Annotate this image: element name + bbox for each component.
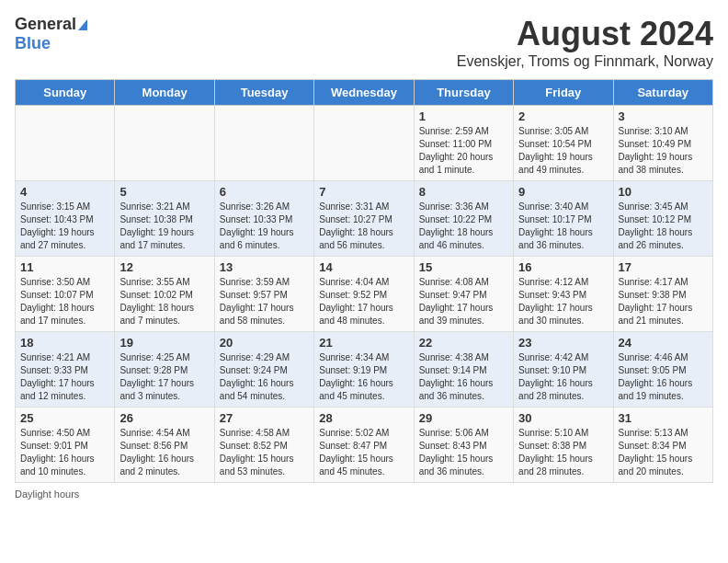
col-header-monday: Monday: [115, 80, 214, 106]
day-number: 16: [518, 260, 608, 274]
cell-info: Sunrise: 3:55 AM Sunset: 10:02 PM Daylig…: [119, 276, 209, 327]
day-number: 14: [319, 260, 408, 274]
logo-triangle-icon: [78, 19, 87, 30]
logo: General Blue: [15, 15, 87, 53]
day-number: 8: [419, 185, 508, 199]
day-number: 4: [20, 185, 109, 199]
cell-info: Sunrise: 3:50 AM Sunset: 10:07 PM Daylig…: [20, 276, 109, 327]
cell-info: Sunrise: 4:04 AM Sunset: 9:52 PM Dayligh…: [319, 276, 408, 327]
calendar-cell: 30Sunrise: 5:10 AM Sunset: 8:38 PM Dayli…: [514, 408, 613, 483]
col-header-friday: Friday: [514, 80, 613, 106]
cell-info: Sunrise: 5:02 AM Sunset: 8:47 PM Dayligh…: [319, 427, 408, 478]
day-number: 20: [220, 336, 309, 350]
calendar-cell: 12Sunrise: 3:55 AM Sunset: 10:02 PM Dayl…: [115, 257, 214, 332]
calendar-cell: 24Sunrise: 4:46 AM Sunset: 9:05 PM Dayli…: [613, 332, 712, 408]
cell-info: Sunrise: 3:10 AM Sunset: 10:49 PM Daylig…: [619, 125, 708, 177]
cell-info: Sunrise: 3:40 AM Sunset: 10:17 PM Daylig…: [518, 201, 608, 252]
cell-info: Sunrise: 4:08 AM Sunset: 9:47 PM Dayligh…: [419, 276, 508, 327]
day-number: 15: [419, 260, 508, 274]
cell-info: Sunrise: 5:06 AM Sunset: 8:43 PM Dayligh…: [419, 427, 508, 478]
calendar-cell: 23Sunrise: 4:42 AM Sunset: 9:10 PM Dayli…: [514, 332, 613, 408]
title-area: August 2024 Evenskjer, Troms og Finnmark…: [457, 15, 713, 70]
day-number: 7: [319, 185, 408, 199]
calendar-cell: 25Sunrise: 4:50 AM Sunset: 9:01 PM Dayli…: [16, 408, 115, 483]
footer-note: Daylight hours: [15, 488, 713, 500]
cell-info: Sunrise: 3:31 AM Sunset: 10:27 PM Daylig…: [319, 201, 408, 252]
day-number: 24: [619, 336, 708, 350]
day-number: 2: [518, 109, 608, 123]
day-number: 10: [619, 185, 708, 199]
day-number: 31: [619, 411, 708, 425]
calendar-cell: [16, 106, 115, 181]
day-number: 13: [220, 260, 309, 274]
calendar-cell: 15Sunrise: 4:08 AM Sunset: 9:47 PM Dayli…: [414, 257, 513, 332]
cell-info: Sunrise: 3:36 AM Sunset: 10:22 PM Daylig…: [419, 201, 508, 252]
header: General Blue August 2024 Evenskjer, Trom…: [15, 15, 713, 70]
calendar-cell: 14Sunrise: 4:04 AM Sunset: 9:52 PM Dayli…: [314, 257, 414, 332]
cell-info: Sunrise: 3:45 AM Sunset: 10:12 PM Daylig…: [619, 201, 708, 252]
cell-info: Sunrise: 4:29 AM Sunset: 9:24 PM Dayligh…: [220, 351, 309, 403]
calendar-cell: 13Sunrise: 3:59 AM Sunset: 9:57 PM Dayli…: [214, 257, 313, 332]
calendar-cell: 8Sunrise: 3:36 AM Sunset: 10:22 PM Dayli…: [414, 181, 513, 257]
calendar-cell: 22Sunrise: 4:38 AM Sunset: 9:14 PM Dayli…: [414, 332, 513, 408]
logo-blue-text: Blue: [15, 34, 51, 53]
cell-info: Sunrise: 3:05 AM Sunset: 10:54 PM Daylig…: [518, 125, 608, 177]
calendar-cell: 6Sunrise: 3:26 AM Sunset: 10:33 PM Dayli…: [214, 181, 313, 257]
cell-info: Sunrise: 4:34 AM Sunset: 9:19 PM Dayligh…: [319, 351, 408, 403]
calendar-cell: 16Sunrise: 4:12 AM Sunset: 9:43 PM Dayli…: [514, 257, 613, 332]
calendar-cell: 3Sunrise: 3:10 AM Sunset: 10:49 PM Dayli…: [613, 106, 712, 181]
footer-text: Daylight hours: [15, 488, 79, 500]
calendar-cell: 27Sunrise: 4:58 AM Sunset: 8:52 PM Dayli…: [214, 408, 313, 483]
calendar-cell: 4Sunrise: 3:15 AM Sunset: 10:43 PM Dayli…: [16, 181, 115, 257]
day-number: 17: [619, 260, 708, 274]
day-number: 29: [419, 411, 508, 425]
day-number: 28: [319, 411, 408, 425]
col-header-sunday: Sunday: [16, 80, 115, 106]
day-number: 18: [20, 336, 109, 350]
cell-info: Sunrise: 3:21 AM Sunset: 10:38 PM Daylig…: [119, 201, 209, 252]
cell-info: Sunrise: 4:42 AM Sunset: 9:10 PM Dayligh…: [518, 351, 608, 403]
page-subtitle: Evenskjer, Troms og Finnmark, Norway: [457, 53, 713, 70]
col-header-wednesday: Wednesday: [314, 80, 414, 106]
day-number: 12: [119, 260, 209, 274]
day-number: 19: [119, 336, 209, 350]
cell-info: Sunrise: 4:58 AM Sunset: 8:52 PM Dayligh…: [220, 427, 309, 478]
calendar-cell: 5Sunrise: 3:21 AM Sunset: 10:38 PM Dayli…: [115, 181, 214, 257]
calendar-cell: 29Sunrise: 5:06 AM Sunset: 8:43 PM Dayli…: [414, 408, 513, 483]
cell-info: Sunrise: 4:38 AM Sunset: 9:14 PM Dayligh…: [419, 351, 508, 403]
day-number: 25: [20, 411, 109, 425]
day-number: 21: [319, 336, 408, 350]
calendar-cell: 9Sunrise: 3:40 AM Sunset: 10:17 PM Dayli…: [514, 181, 613, 257]
day-number: 11: [20, 260, 109, 274]
calendar-cell: 28Sunrise: 5:02 AM Sunset: 8:47 PM Dayli…: [314, 408, 414, 483]
calendar-cell: [314, 106, 414, 181]
day-number: 9: [518, 185, 608, 199]
day-number: 3: [619, 109, 708, 123]
col-header-saturday: Saturday: [613, 80, 712, 106]
cell-info: Sunrise: 4:25 AM Sunset: 9:28 PM Dayligh…: [119, 351, 209, 403]
cell-info: Sunrise: 5:13 AM Sunset: 8:34 PM Dayligh…: [619, 427, 708, 478]
calendar-cell: 19Sunrise: 4:25 AM Sunset: 9:28 PM Dayli…: [115, 332, 214, 408]
cell-info: Sunrise: 4:54 AM Sunset: 8:56 PM Dayligh…: [119, 427, 209, 478]
cell-info: Sunrise: 4:21 AM Sunset: 9:33 PM Dayligh…: [20, 351, 109, 403]
cell-info: Sunrise: 4:50 AM Sunset: 9:01 PM Dayligh…: [20, 427, 109, 478]
cell-info: Sunrise: 3:15 AM Sunset: 10:43 PM Daylig…: [20, 201, 109, 252]
calendar-cell: 11Sunrise: 3:50 AM Sunset: 10:07 PM Dayl…: [16, 257, 115, 332]
calendar-cell: 17Sunrise: 4:17 AM Sunset: 9:38 PM Dayli…: [613, 257, 712, 332]
calendar-cell: 26Sunrise: 4:54 AM Sunset: 8:56 PM Dayli…: [115, 408, 214, 483]
page-title: August 2024: [457, 15, 713, 53]
day-number: 6: [220, 185, 309, 199]
day-number: 23: [518, 336, 608, 350]
calendar-cell: 21Sunrise: 4:34 AM Sunset: 9:19 PM Dayli…: [314, 332, 414, 408]
day-number: 22: [419, 336, 508, 350]
cell-info: Sunrise: 2:59 AM Sunset: 11:00 PM Daylig…: [419, 125, 508, 177]
calendar-cell: [115, 106, 214, 181]
cell-info: Sunrise: 4:17 AM Sunset: 9:38 PM Dayligh…: [619, 276, 708, 327]
calendar-cell: 10Sunrise: 3:45 AM Sunset: 10:12 PM Dayl…: [613, 181, 712, 257]
calendar-cell: 2Sunrise: 3:05 AM Sunset: 10:54 PM Dayli…: [514, 106, 613, 181]
col-header-tuesday: Tuesday: [214, 80, 313, 106]
col-header-thursday: Thursday: [414, 80, 513, 106]
calendar-cell: 18Sunrise: 4:21 AM Sunset: 9:33 PM Dayli…: [16, 332, 115, 408]
calendar-cell: 20Sunrise: 4:29 AM Sunset: 9:24 PM Dayli…: [214, 332, 313, 408]
calendar-cell: [214, 106, 313, 181]
